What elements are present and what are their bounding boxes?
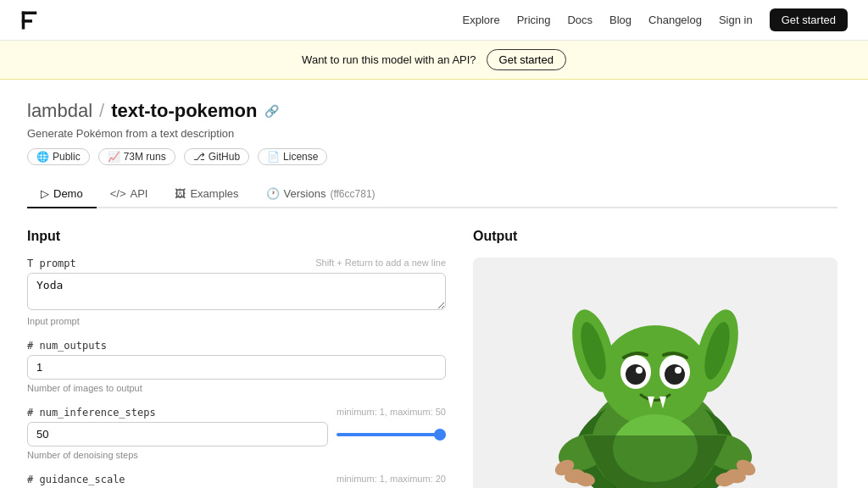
guidance-scale-field-group: # guidance_scale minimum: 1, maximum: 20… <box>27 474 446 488</box>
svg-rect-1 <box>22 11 37 14</box>
num-outputs-field-group: # num_outputs Number of images to output <box>27 340 446 393</box>
tab-bar: ▷ Demo </> API 🖼 Examples 🕐 Versions (ff… <box>27 180 837 208</box>
image-icon: 🖼 <box>175 187 186 200</box>
inference-steps-slider[interactable] <box>337 433 446 436</box>
model-name: text-to-pokemon <box>111 100 257 122</box>
model-title-row: lambdal / text-to-pokemon 🔗 <box>27 100 837 122</box>
svg-point-23 <box>626 364 646 385</box>
input-panel: Input T prompt Shift + Return to add a n… <box>27 229 446 488</box>
output-section-title: Output <box>473 229 837 244</box>
api-banner: Want to run this model with an API? Get … <box>0 41 868 80</box>
tab-demo[interactable]: ▷ Demo <box>27 180 97 208</box>
main-columns: Input T prompt Shift + Return to add a n… <box>27 229 837 488</box>
inference-steps-field-group: # num_inference_steps minimum: 1, maximu… <box>27 407 446 460</box>
nav-explore[interactable]: Explore <box>463 14 500 26</box>
page-content: lambdal / text-to-pokemon 🔗 Generate Pok… <box>0 80 865 488</box>
prompt-label: T prompt <box>27 258 76 269</box>
svg-point-24 <box>665 364 685 385</box>
num-outputs-label-row: # num_outputs <box>27 340 446 352</box>
inference-steps-label-row: # num_inference_steps minimum: 1, maximu… <box>27 407 446 419</box>
visibility-icon: 🔗 <box>264 104 279 118</box>
inference-steps-hint: minimum: 1, maximum: 50 <box>337 407 446 419</box>
nav-docs[interactable]: Docs <box>567 14 593 26</box>
navigation: Explore Pricing Docs Blog Changelog Sign… <box>0 0 868 41</box>
guidance-scale-hint: minimum: 1, maximum: 20 <box>337 474 446 485</box>
nav-signin[interactable]: Sign in <box>719 14 753 26</box>
num-outputs-description: Number of images to output <box>27 383 446 393</box>
inference-steps-label: # num_inference_steps <box>27 407 156 419</box>
tab-examples[interactable]: 🖼 Examples <box>161 180 252 208</box>
prompt-input[interactable]: Yoda <box>27 273 446 310</box>
model-description: Generate Pokémon from a text description <box>27 127 837 140</box>
logo[interactable] <box>20 8 44 32</box>
output-image <box>473 258 837 488</box>
nav-get-started-button[interactable]: Get started <box>770 8 848 31</box>
nav-links: Explore Pricing Docs Blog Changelog Sign… <box>463 8 848 31</box>
doc-icon: 📄 <box>267 151 280 163</box>
model-badges: 🌐 Public 📈 73M runs ⎇ GitHub 📄 License <box>27 148 837 165</box>
prompt-field-group: T prompt Shift + Return to add a new lin… <box>27 258 446 326</box>
num-outputs-input[interactable] <box>27 355 446 380</box>
github-badge[interactable]: ⎇ GitHub <box>184 148 249 165</box>
globe-icon: 🌐 <box>36 151 49 163</box>
inference-steps-number-input[interactable] <box>27 422 328 446</box>
output-image-box <box>473 258 837 488</box>
output-panel: Output <box>473 229 837 488</box>
version-hash: (ff6cc781) <box>330 188 375 200</box>
banner-get-started-button[interactable]: Get started <box>487 49 566 70</box>
model-owner: lambdal <box>27 100 92 122</box>
slash-separator: / <box>99 100 104 122</box>
visibility-badge: 🌐 Public <box>27 148 90 165</box>
nav-changelog[interactable]: Changelog <box>648 14 702 26</box>
tab-versions[interactable]: 🕐 Versions (ff6cc781) <box>253 180 389 208</box>
svg-point-26 <box>675 367 682 374</box>
runs-badge: 📈 73M runs <box>98 148 175 165</box>
inference-steps-description: Number of denoising steps <box>27 450 446 460</box>
prompt-label-row: T prompt Shift + Return to add a new lin… <box>27 258 446 269</box>
svg-point-25 <box>636 367 643 374</box>
guidance-scale-label: # guidance_scale <box>27 474 125 485</box>
chart-icon: 📈 <box>108 151 120 163</box>
tab-api[interactable]: </> API <box>97 180 162 208</box>
license-badge[interactable]: 📄 License <box>258 148 327 165</box>
inference-steps-slider-row <box>27 422 446 446</box>
github-icon: ⎇ <box>193 151 205 163</box>
guidance-scale-label-row: # guidance_scale minimum: 1, maximum: 20 <box>27 474 446 485</box>
prompt-description: Input prompt <box>27 316 446 326</box>
play-icon: ▷ <box>41 187 49 200</box>
nav-pricing[interactable]: Pricing <box>517 14 551 26</box>
banner-text: Want to run this model with an API? <box>302 53 476 66</box>
svg-point-16 <box>600 325 710 427</box>
code-icon: </> <box>110 187 126 200</box>
nav-blog[interactable]: Blog <box>609 14 632 26</box>
num-outputs-label: # num_outputs <box>27 340 107 352</box>
clock-icon: 🕐 <box>266 187 280 200</box>
svg-rect-2 <box>22 19 32 23</box>
prompt-hint: Shift + Return to add a new line <box>315 258 446 269</box>
input-section-title: Input <box>27 229 446 244</box>
